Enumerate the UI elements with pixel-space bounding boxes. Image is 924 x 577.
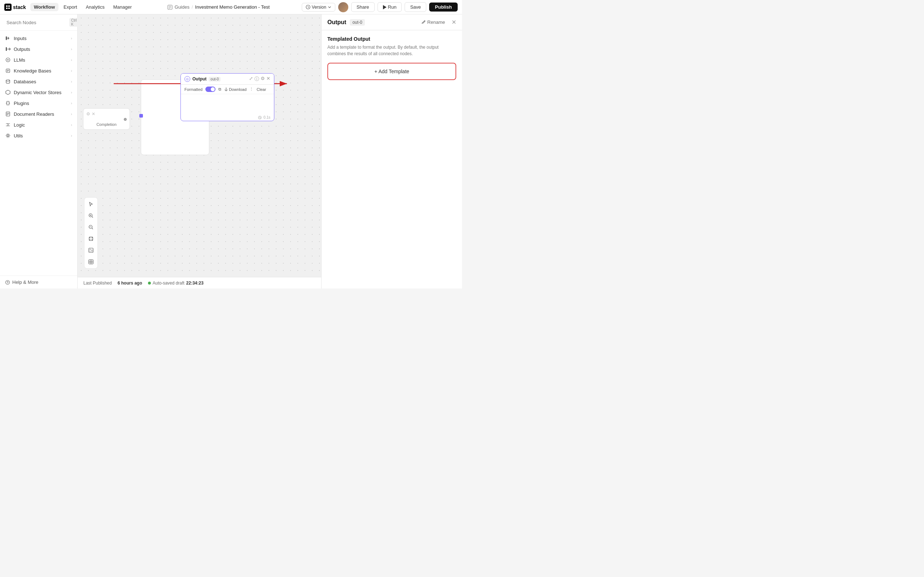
download-action[interactable]: Download xyxy=(224,87,247,92)
svg-rect-20 xyxy=(89,248,93,253)
run-button[interactable]: Run xyxy=(378,2,402,12)
last-published-time: 6 hours ago xyxy=(118,280,142,285)
logic-icon xyxy=(5,122,11,128)
completion-output-port xyxy=(124,118,127,121)
breadcrumb-title: Investment Memo Generation - Test xyxy=(195,4,270,10)
node-completion-actions: ⚙ ✕ xyxy=(86,111,95,116)
svg-marker-9 xyxy=(6,90,10,95)
search-box: Ctrl K xyxy=(0,15,77,31)
canvas[interactable]: ⚙ ✕ Completion ◎ xyxy=(78,15,321,288)
svg-rect-23 xyxy=(91,250,92,252)
section-description: Add a template to format the output. By … xyxy=(327,44,456,57)
output-settings-icon[interactable]: ⚙ xyxy=(261,76,265,82)
sidebar-footer-help[interactable]: Help & More xyxy=(0,276,77,288)
node-completion[interactable]: ⚙ ✕ Completion xyxy=(83,108,130,130)
tab-workflow[interactable]: Workflow xyxy=(30,3,58,11)
breadcrumb-folder: Guides xyxy=(175,4,189,10)
output-node-actions: ⤢ ⓘ ⚙ ✕ xyxy=(249,76,270,82)
clear-action[interactable]: Clear xyxy=(257,87,266,92)
output-close-icon[interactable]: ✕ xyxy=(267,76,270,82)
logo: stack xyxy=(4,3,26,11)
chevron-right-icon: › xyxy=(71,122,72,127)
last-published-label: Last Published xyxy=(83,280,112,285)
nav-right: Version Share Run Save Publish xyxy=(302,2,458,12)
svg-point-12 xyxy=(6,280,10,284)
formatted-toggle[interactable] xyxy=(205,87,215,92)
help-icon xyxy=(5,280,10,285)
main-layout: Ctrl K Inputs › Outputs › xyxy=(0,15,462,288)
sidebar-item-knowledge-bases[interactable]: Knowledge Bases › xyxy=(0,65,77,76)
chevron-right-icon: › xyxy=(71,69,72,73)
logo-text: stack xyxy=(13,4,26,10)
rename-button[interactable]: Rename xyxy=(421,19,445,25)
avatar xyxy=(338,2,348,12)
document-readers-icon xyxy=(5,111,11,117)
minimap-tool[interactable] xyxy=(86,245,96,255)
right-panel-body: Templated Output Add a template to forma… xyxy=(321,30,462,288)
completion-settings-icon[interactable]: ⚙ xyxy=(86,111,90,116)
svg-point-13 xyxy=(7,283,8,284)
tab-export[interactable]: Export xyxy=(60,3,81,11)
svg-rect-4 xyxy=(6,36,7,40)
chevron-right-icon: › xyxy=(71,36,72,40)
rename-icon xyxy=(421,20,426,24)
output-node-icon: ◎ xyxy=(184,76,190,82)
version-button[interactable]: Version xyxy=(302,3,335,11)
publish-button[interactable]: Publish xyxy=(429,3,458,11)
search-shortcut: Ctrl K xyxy=(69,18,79,27)
right-panel-badge: out-0 xyxy=(350,19,365,26)
canvas-tools xyxy=(84,197,98,269)
sidebar-item-utils[interactable]: Utils › xyxy=(0,130,77,141)
node-output[interactable]: ◎ Output out-0 ⤢ ⓘ ⚙ ✕ Formatted ⧉ Do xyxy=(181,73,274,121)
output-expand-icon[interactable]: ⤢ xyxy=(249,76,253,82)
svg-rect-21 xyxy=(89,249,91,250)
right-panel-close-button[interactable]: ✕ xyxy=(452,19,456,26)
logo-icon xyxy=(4,3,11,11)
svg-rect-22 xyxy=(89,251,90,252)
sidebar-item-outputs[interactable]: Outputs › xyxy=(0,44,77,55)
statusbar: Last Published 6 hours ago Auto-saved dr… xyxy=(78,277,321,288)
copy-icon[interactable]: ⧉ xyxy=(218,87,221,92)
svg-point-8 xyxy=(6,80,10,81)
tab-manager[interactable]: Manager xyxy=(110,3,135,11)
zoom-in-tool[interactable] xyxy=(86,211,96,221)
add-template-button[interactable]: + Add Template xyxy=(327,63,456,80)
svg-rect-5 xyxy=(6,47,7,51)
pointer-tool[interactable] xyxy=(86,199,96,209)
fit-view-tool[interactable] xyxy=(86,234,96,244)
chevron-right-icon: › xyxy=(71,101,72,105)
output-info-icon[interactable]: ⓘ xyxy=(254,76,259,82)
chevron-right-icon: › xyxy=(71,90,72,95)
tab-analytics[interactable]: Analytics xyxy=(82,3,108,11)
databases-icon xyxy=(5,79,11,84)
breadcrumb: Guides / Investment Memo Generation - Te… xyxy=(137,4,300,10)
sidebar-item-llms[interactable]: LLMs › xyxy=(0,55,77,65)
chevron-right-icon: › xyxy=(71,47,72,51)
search-input[interactable] xyxy=(6,20,67,25)
formatted-label: Formatted xyxy=(184,87,202,92)
save-button[interactable]: Save xyxy=(405,2,426,12)
grid-tool[interactable] xyxy=(86,257,96,267)
share-button[interactable]: Share xyxy=(351,2,375,12)
output-timer: 0.1s xyxy=(258,115,270,119)
sidebar-item-dynamic-vector-stores[interactable]: Dynamic Vector Stores › xyxy=(0,87,77,98)
utils-icon xyxy=(5,133,11,139)
right-panel-title: Output xyxy=(327,19,346,26)
sidebar-item-plugins[interactable]: Plugins › xyxy=(0,98,77,108)
sidebar-item-document-readers[interactable]: Document Readers › xyxy=(0,108,77,119)
sidebar-item-logic[interactable]: Logic › xyxy=(0,119,77,130)
chevron-right-icon: › xyxy=(71,79,72,84)
dynamic-vector-stores-icon xyxy=(5,89,11,95)
zoom-out-tool[interactable] xyxy=(86,222,96,232)
svg-rect-24 xyxy=(89,259,93,264)
chevron-right-icon: › xyxy=(71,58,72,62)
plugins-icon xyxy=(5,100,11,106)
more-options-icon[interactable]: ⋮ xyxy=(249,87,254,92)
output-body xyxy=(181,94,274,114)
sidebar-item-inputs[interactable]: Inputs › xyxy=(0,33,77,44)
completion-label: Completion xyxy=(86,122,127,127)
chevron-right-icon: › xyxy=(71,112,72,116)
right-panel-header: Output out-0 Rename ✕ xyxy=(321,15,462,30)
sidebar-item-databases[interactable]: Databases › xyxy=(0,76,77,87)
completion-close-icon[interactable]: ✕ xyxy=(92,111,95,116)
